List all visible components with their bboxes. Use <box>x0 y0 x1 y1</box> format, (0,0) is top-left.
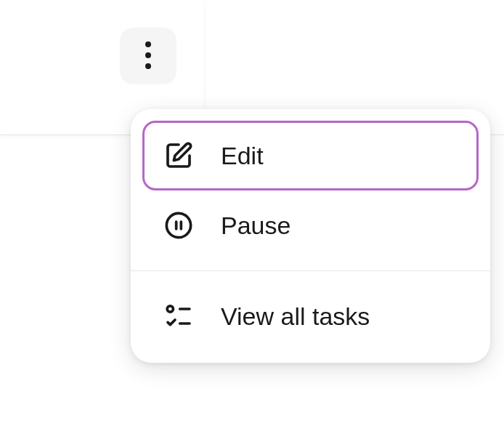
menu-item-edit[interactable]: Edit <box>142 121 479 190</box>
pause-icon <box>164 211 193 240</box>
menu-item-view-all-tasks[interactable]: View all tasks <box>142 281 479 351</box>
more-options-button[interactable] <box>120 28 176 84</box>
svg-point-6 <box>167 306 173 312</box>
svg-point-1 <box>145 52 151 58</box>
menu-item-label: Edit <box>221 142 264 170</box>
menu-item-pause[interactable]: Pause <box>142 190 479 260</box>
dropdown-menu: Edit Pause <box>131 109 490 363</box>
svg-point-3 <box>166 213 190 237</box>
svg-point-2 <box>145 63 151 69</box>
more-vertical-icon <box>145 41 151 71</box>
menu-divider <box>131 270 490 271</box>
menu-item-label: Pause <box>221 212 290 240</box>
edit-icon <box>164 141 193 170</box>
menu-item-label: View all tasks <box>221 302 370 331</box>
svg-point-0 <box>145 41 151 47</box>
task-list-icon <box>164 302 193 331</box>
